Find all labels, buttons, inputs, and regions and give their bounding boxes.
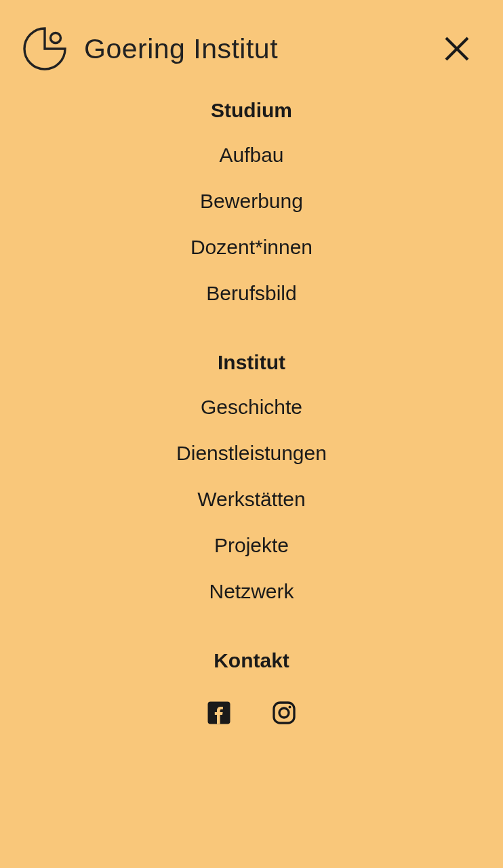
menu-link-dozentinnen[interactable]: Dozent*innen <box>190 236 313 259</box>
facebook-link[interactable] <box>207 701 231 728</box>
svg-rect-4 <box>274 703 294 723</box>
menu-link-aufbau[interactable]: Aufbau <box>219 144 283 167</box>
menu-link-werkstaetten[interactable]: Werkstätten <box>197 488 306 511</box>
instagram-link[interactable] <box>272 701 296 728</box>
menu-section-institut: Institut Geschichte Dienstleistungen Wer… <box>176 351 327 603</box>
social-links <box>207 701 296 728</box>
menu-link-bewerbung[interactable]: Bewerbung <box>200 190 303 213</box>
close-icon <box>442 34 472 64</box>
header: Goering Institut <box>0 0 503 72</box>
svg-point-0 <box>51 33 61 43</box>
brand-link[interactable]: Goering Institut <box>22 26 278 72</box>
menu-link-berufsbild[interactable]: Berufsbild <box>206 282 296 305</box>
menu-link-geschichte[interactable]: Geschichte <box>201 396 302 419</box>
menu-section-studium: Studium Aufbau Bewerbung Dozent*innen Be… <box>190 99 313 305</box>
brand-name: Goering Institut <box>84 33 278 65</box>
menu-heading-institut[interactable]: Institut <box>218 351 285 374</box>
menu-link-dienstleistungen[interactable]: Dienstleistungen <box>176 442 327 465</box>
menu-heading-studium[interactable]: Studium <box>211 99 292 122</box>
svg-point-6 <box>289 706 291 709</box>
close-button[interactable] <box>438 30 476 68</box>
menu-link-projekte[interactable]: Projekte <box>214 534 289 557</box>
logo-icon <box>22 26 68 72</box>
facebook-icon <box>207 701 231 728</box>
svg-point-5 <box>279 708 289 718</box>
menu-heading-kontakt[interactable]: Kontakt <box>214 649 289 672</box>
main-menu: Studium Aufbau Bewerbung Dozent*innen Be… <box>0 72 503 774</box>
menu-link-netzwerk[interactable]: Netzwerk <box>209 580 294 603</box>
instagram-icon <box>272 701 296 728</box>
menu-section-kontakt: Kontakt <box>207 649 296 728</box>
